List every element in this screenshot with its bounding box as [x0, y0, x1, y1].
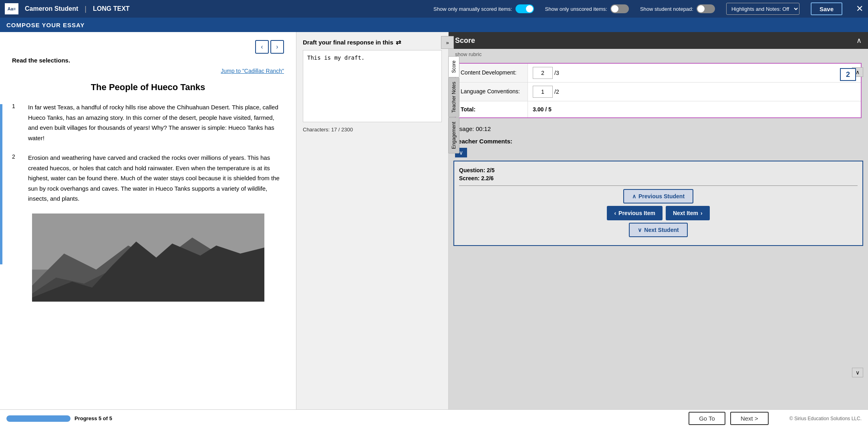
nav-divider — [459, 185, 858, 186]
next-passage-button[interactable]: › — [270, 40, 284, 54]
previous-student-button[interactable]: ∧ Previous Student — [623, 189, 693, 203]
prev-student-chevron-icon: ∧ — [632, 193, 636, 199]
article-title: The People of Hueco Tanks — [12, 82, 284, 93]
close-button[interactable]: ✕ — [856, 4, 863, 14]
next-student-row: ∨ Next Student — [459, 223, 858, 237]
jump-link[interactable]: Jump to "Cadillac Ranch" — [12, 68, 284, 74]
previous-item-button[interactable]: ‹ Previous Item — [607, 206, 663, 220]
draft-header-text: Draft your final response in this — [303, 39, 393, 46]
draft-header: Draft your final response in this ⇄ — [303, 38, 442, 46]
draft-textarea[interactable]: This is my draft. — [303, 50, 442, 122]
next-item-chevron-icon: › — [701, 210, 703, 216]
content-dev-input[interactable] — [533, 67, 553, 79]
lang-conv-max: /2 — [554, 89, 559, 95]
progress-container: Progress 5 of 5 — [6, 415, 112, 422]
nav-box: Question: 2/5 Screen: 2.2/6 ∧ Previous S… — [453, 161, 863, 246]
toggle-knob-2 — [611, 5, 618, 12]
expand-down-button[interactable]: ∨ — [852, 368, 863, 377]
score-tab[interactable]: Score — [448, 56, 459, 77]
notepad-label: Show student notepad: — [640, 6, 693, 12]
sub-header: COMPOSE YOUR ESSAY — [0, 18, 868, 32]
left-panel: ‹ › Read the selections. Jump to "Cadill… — [0, 32, 296, 409]
total-label: Total: — [456, 101, 528, 117]
next-student-chevron-icon: ∨ — [638, 227, 642, 233]
score-header: Score ∧ — [449, 32, 868, 49]
next-student-button[interactable]: ∨ Next Student — [629, 223, 687, 237]
paragraph-1: 1 In far west Texas, a handful of rocky … — [12, 102, 284, 143]
score-badge: 2 — [840, 68, 856, 81]
manually-scored-label: Show only manually scored items: — [433, 6, 512, 12]
item-nav-row: ‹ Previous Item Next Item › — [459, 206, 858, 220]
article-image — [32, 214, 264, 302]
item-type: LONG TEXT — [93, 5, 130, 12]
progress-text: Progress 5 of 5 — [75, 415, 112, 421]
toggle-knob — [526, 5, 533, 12]
show-rubric-link[interactable]: show rubric — [449, 49, 868, 60]
lang-conv-input-cell: /2 — [528, 83, 861, 101]
app-logo: Aa≡ — [5, 3, 18, 14]
sub-header-title: COMPOSE YOUR ESSAY — [6, 22, 85, 28]
middle-panel: Draft your final response in this ⇄ This… — [296, 32, 449, 409]
unscored-toggle-group: Show only unscored items: — [545, 4, 629, 13]
teacher-notes-tab[interactable]: Teacher Notes — [448, 77, 459, 117]
total-row: Total: 3.00 / 5 — [456, 101, 861, 117]
usage: Usage: 00:12 — [449, 121, 868, 136]
goto-button[interactable]: Go To — [689, 412, 725, 425]
bottom-bar: Progress 5 of 5 Go To Next > © Sirius Ed… — [0, 409, 868, 427]
right-panel: ∧ Score ∧ show rubric 2 Content Developm… — [449, 32, 868, 409]
next-item-label: Next Item — [673, 210, 698, 216]
toggle-knob-3 — [697, 5, 705, 12]
teacher-comments-label: Teacher Comments: — [449, 136, 868, 146]
manually-scored-toggle[interactable] — [516, 4, 534, 13]
next-button[interactable]: Next > — [730, 412, 769, 425]
prev-passage-button[interactable]: ‹ — [255, 40, 269, 54]
progress-bar-outer — [6, 415, 70, 422]
question-info: Question: 2/5 — [459, 167, 858, 173]
unscored-label: Show only unscored items: — [545, 6, 607, 12]
top-header: Aa≡ Cameron Student | LONG TEXT Show onl… — [0, 0, 868, 18]
para-text-1: In far west Texas, a handful of rocky hi… — [28, 102, 284, 143]
screen-info: Screen: 2.2/6 — [459, 175, 858, 181]
progress-bar-inner — [6, 415, 70, 422]
lang-conv-input[interactable] — [533, 86, 553, 98]
char-count: Characters: 17 / 2300 — [303, 127, 442, 133]
left-progress-bar — [0, 104, 2, 264]
score-badge-container: 2 — [840, 68, 856, 81]
copyright: © Sirius Education Solutions LLC. — [789, 416, 862, 421]
total-value: 3.00 / 5 — [528, 101, 556, 117]
score-title: Score — [455, 36, 475, 45]
save-button[interactable]: Save — [811, 2, 842, 15]
swap-icon[interactable]: ⇄ — [396, 38, 401, 46]
main-content: ‹ › Read the selections. Jump to "Cadill… — [0, 32, 868, 409]
paragraph-2: 2 Erosion and weathering have carved and… — [12, 153, 284, 204]
collapse-score-button[interactable]: ∧ — [856, 36, 862, 45]
notepad-toggle[interactable] — [697, 4, 715, 13]
highlights-dropdown[interactable]: Highlights and Notes: Off — [726, 3, 800, 15]
content-dev-input-cell: /3 — [528, 64, 861, 82]
intro-text: Read the selections. — [12, 57, 284, 64]
prev-item-label: Previous Item — [618, 210, 655, 216]
para-num-1: 1 — [12, 102, 20, 143]
prev-student-label: Previous Student — [638, 193, 685, 199]
engagement-tab[interactable]: Engagement — [448, 117, 459, 153]
bottom-right-buttons: Go To Next > © Sirius Education Solution… — [689, 412, 862, 425]
student-name: Cameron Student — [25, 5, 78, 12]
lang-conv-label: Language Conventions: — [456, 83, 528, 101]
para-num-2: 2 — [12, 153, 20, 204]
header-controls: Show only manually scored items: Show on… — [433, 2, 863, 15]
language-conventions-row: Language Conventions: /2 — [456, 83, 861, 101]
expand-panel-button[interactable]: » — [441, 36, 454, 49]
unscored-toggle[interactable] — [610, 4, 629, 13]
panel-nav-top: ‹ › — [12, 40, 284, 54]
next-item-button[interactable]: Next Item › — [666, 206, 710, 220]
next-student-label: Next Student — [644, 227, 679, 233]
content-dev-label: Content Development: — [456, 64, 528, 82]
score-table: Content Development: /3 Language Convent… — [455, 63, 862, 118]
manually-scored-toggle-group: Show only manually scored items: — [433, 4, 534, 13]
header-divider: | — [85, 5, 87, 13]
content-development-row: Content Development: /3 — [456, 64, 861, 83]
prev-student-row: ∧ Previous Student — [459, 189, 858, 203]
notepad-toggle-group: Show student notepad: — [640, 4, 715, 13]
content-dev-max: /3 — [554, 70, 559, 76]
para-text-2: Erosion and weathering have carved and c… — [28, 153, 284, 204]
